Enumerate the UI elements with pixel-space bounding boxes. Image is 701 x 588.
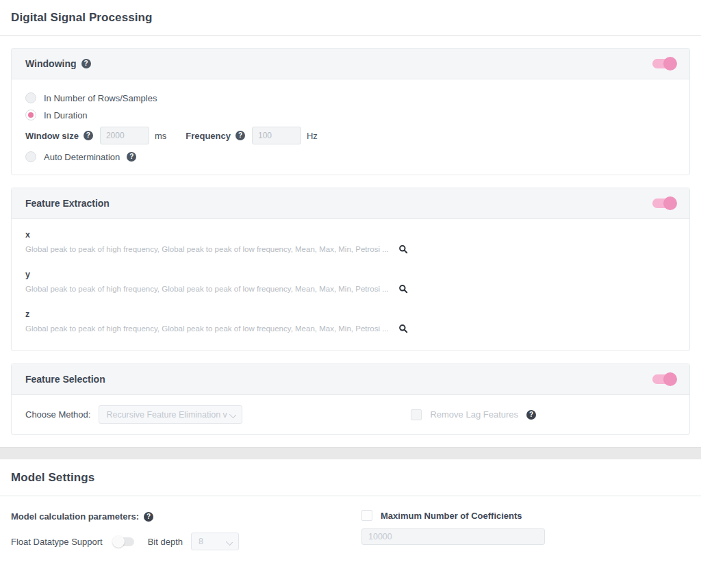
model-settings-left-column: Model calculation parameters: ? Float Da… <box>11 507 350 567</box>
toggle-knob <box>663 372 677 386</box>
feature-extraction-title: Feature Extraction <box>25 198 110 209</box>
axis-row-x: x Global peak to peak of high frequency,… <box>25 230 676 254</box>
axis-desc-row: Global peak to peak of high frequency, G… <box>25 244 676 254</box>
windowing-card-body: In Number of Rows/Samples In Duration Wi… <box>12 79 689 175</box>
method-select-value: Recursive Feature Elimination v <box>106 410 227 420</box>
radio-in-duration[interactable]: In Duration <box>25 110 676 120</box>
axis-label: z <box>25 309 676 319</box>
feature-selection-card: Feature Selection Choose Method: Recursi… <box>11 363 690 435</box>
help-icon[interactable]: ? <box>84 131 93 140</box>
float-datatype-row: Float Datatype Support Bit depth 8 <box>11 533 350 550</box>
axis-desc-row: Global peak to peak of high frequency, G… <box>25 284 676 294</box>
search-icon[interactable] <box>398 324 408 333</box>
window-size-input[interactable] <box>100 127 149 144</box>
model-settings-title: Model Settings <box>11 471 94 485</box>
toggle-knob <box>112 535 125 548</box>
model-settings-panel: Model Settings Model calculation paramet… <box>0 459 701 588</box>
windowing-title: Windowing <box>25 58 77 69</box>
feature-selection-card-header: Feature Selection <box>12 364 689 395</box>
feature-selection-title: Feature Selection <box>25 374 105 385</box>
feature-extraction-card: Feature Extraction x Global peak to peak… <box>11 188 690 351</box>
feature-extraction-toggle[interactable] <box>652 199 676 208</box>
calc-params-row: Model calculation parameters: ? <box>11 511 350 522</box>
float-datatype-label: Float Datatype Support <box>11 537 103 547</box>
window-size-label: Window size <box>25 131 79 141</box>
radio-label: In Number of Rows/Samples <box>44 93 157 103</box>
radio-icon[interactable] <box>25 92 36 103</box>
axis-row-z: z Global peak to peak of high frequency,… <box>25 309 676 333</box>
radio-auto-determination[interactable]: Auto Determination ? <box>25 151 676 162</box>
axis-features-text: Global peak to peak of high frequency, G… <box>25 245 389 253</box>
axis-features-text: Global peak to peak of high frequency, G… <box>25 285 389 293</box>
bit-depth-select[interactable]: 8 <box>191 533 239 550</box>
radio-icon-selected[interactable] <box>25 110 36 120</box>
calc-params-label: Model calculation parameters: <box>11 511 139 522</box>
section-divider <box>0 447 701 459</box>
bit-depth-value: 8 <box>199 537 203 546</box>
axis-desc-row: Global peak to peak of high frequency, G… <box>25 324 676 333</box>
toggle-knob <box>663 57 677 71</box>
max-coefficients-label: Maximum Number of Coefficients <box>381 511 522 521</box>
remove-lag-label: Remove Lag Features <box>430 409 518 420</box>
help-icon[interactable]: ? <box>235 131 245 140</box>
choose-method-label: Choose Method: <box>25 409 90 420</box>
float-datatype-toggle[interactable] <box>114 537 134 546</box>
windowing-card: Windowing ? In Number of Rows/Samples In… <box>11 48 690 175</box>
model-settings-header: Model Settings <box>0 459 701 496</box>
windowing-card-header: Windowing ? <box>12 49 689 79</box>
remove-lag-group: Remove Lag Features ? <box>411 409 536 420</box>
window-size-unit: ms <box>155 131 166 141</box>
bit-depth-label: Bit depth <box>148 537 183 547</box>
radio-label: Auto Determination <box>44 152 120 162</box>
help-icon[interactable]: ? <box>144 512 153 522</box>
max-coefficients-checkbox[interactable] <box>361 510 372 521</box>
frequency-unit: Hz <box>307 131 318 141</box>
axis-row-y: y Global peak to peak of high frequency,… <box>25 270 676 294</box>
help-icon[interactable]: ? <box>526 410 536 420</box>
remove-lag-checkbox[interactable] <box>411 409 422 420</box>
radio-rows-samples[interactable]: In Number of Rows/Samples <box>25 92 676 103</box>
windowing-toggle[interactable] <box>652 59 676 68</box>
feature-selection-toggle[interactable] <box>652 374 676 384</box>
radio-label: In Duration <box>44 110 88 120</box>
max-coefficients-input[interactable] <box>361 528 545 545</box>
feature-selection-card-body: Choose Method: Recursive Feature Elimina… <box>12 395 689 434</box>
page-title: Digital Signal Processing <box>11 11 153 25</box>
help-icon[interactable]: ? <box>127 152 136 162</box>
model-settings-right-column: Maximum Number of Coefficients <box>361 507 545 567</box>
toggle-knob <box>663 196 677 210</box>
frequency-input[interactable] <box>252 127 301 144</box>
dsp-header: Digital Signal Processing <box>0 0 701 36</box>
help-icon[interactable]: ? <box>81 59 91 68</box>
search-icon[interactable] <box>398 244 408 254</box>
dsp-panel: Digital Signal Processing Windowing ? In… <box>0 0 701 447</box>
axis-label: x <box>25 230 676 240</box>
axis-label: y <box>25 270 676 279</box>
method-select[interactable]: Recursive Feature Elimination v <box>99 405 242 424</box>
frequency-label: Frequency <box>186 131 231 141</box>
axis-features-text: Global peak to peak of high frequency, G… <box>25 324 389 333</box>
feature-extraction-card-body: x Global peak to peak of high frequency,… <box>12 219 689 350</box>
window-size-row: Window size ? ms Frequency ? Hz <box>25 127 676 144</box>
model-settings-body: Model calculation parameters: ? Float Da… <box>0 496 701 567</box>
search-icon[interactable] <box>398 284 408 294</box>
max-coefficients-row: Maximum Number of Coefficients <box>361 510 545 521</box>
feature-extraction-card-header: Feature Extraction <box>12 188 689 219</box>
radio-icon[interactable] <box>25 151 36 162</box>
